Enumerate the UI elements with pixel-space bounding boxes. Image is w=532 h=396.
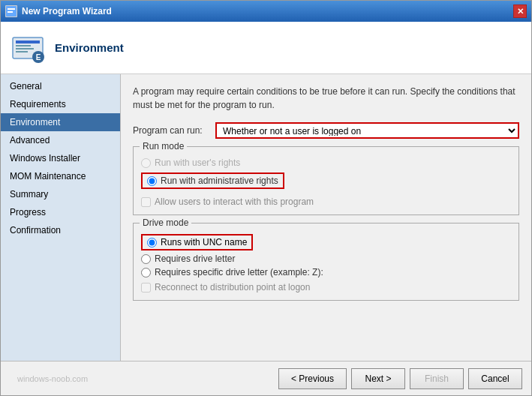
svg-rect-2 <box>8 11 13 13</box>
content-area: General Requirements Environment Advance… <box>1 74 531 361</box>
sidebar-item-mom-maintenance[interactable]: MOM Maintenance <box>1 167 120 185</box>
next-button[interactable]: Next > <box>351 368 405 389</box>
radio-drive-letter-row: Requires drive letter <box>141 254 511 264</box>
reconnect-label: Reconnect to distribution point at logon <box>155 282 310 292</box>
main-panel: A program may require certain conditions… <box>121 74 531 361</box>
sidebar-item-environment[interactable]: Environment <box>1 113 120 131</box>
interact-label: Allow users to interact with this progra… <box>155 196 314 207</box>
sidebar-item-windows-installer[interactable]: Windows Installer <box>1 149 120 167</box>
radio-admin-rights[interactable] <box>147 176 157 186</box>
run-mode-group: Run mode Run with user's rights Run with… <box>133 146 519 215</box>
sidebar: General Requirements Environment Advance… <box>1 74 121 361</box>
radio-admin-rights-row: Run with administrative rights <box>141 172 284 189</box>
watermark-text: windows-noob.com <box>10 374 274 383</box>
radio-user-rights-row: Run with user's rights <box>141 158 511 168</box>
sidebar-item-progress[interactable]: Progress <box>1 203 120 221</box>
svg-rect-7 <box>16 51 28 52</box>
radio-user-rights[interactable] <box>141 158 151 168</box>
header-title: Environment <box>55 41 124 54</box>
program-can-run-row: Program can run: Whether or not a user i… <box>133 122 519 139</box>
previous-button[interactable]: < Previous <box>278 368 347 389</box>
sidebar-item-advanced[interactable]: Advanced <box>1 131 120 149</box>
radio-unc-label: Runs with UNC name <box>161 237 247 248</box>
cancel-button[interactable]: Cancel <box>468 368 522 389</box>
radio-unc-row: Runs with UNC name <box>141 234 253 250</box>
interact-checkbox-row: Allow users to interact with this progra… <box>141 196 511 207</box>
radio-unc[interactable] <box>147 238 157 248</box>
wizard-footer: windows-noob.com < Previous Next > Finis… <box>1 361 531 395</box>
svg-text:E: E <box>36 53 41 62</box>
drive-mode-group: Drive mode Runs with UNC name Requires d… <box>133 223 519 301</box>
radio-specific-drive[interactable] <box>141 268 151 278</box>
close-button[interactable]: ✕ <box>513 4 527 18</box>
sidebar-item-general[interactable]: General <box>1 77 120 95</box>
window-icon <box>5 5 17 17</box>
radio-specific-drive-label: Requires specific drive letter (example:… <box>155 267 323 278</box>
run-mode-title: Run mode <box>140 141 187 152</box>
program-can-run-label: Program can run: <box>133 125 215 136</box>
svg-rect-6 <box>16 48 34 50</box>
program-can-run-select[interactable]: Whether or not a user is logged onOnly w… <box>215 122 519 139</box>
svg-rect-1 <box>8 8 15 10</box>
reconnect-checkbox[interactable] <box>141 283 151 292</box>
radio-drive-letter[interactable] <box>141 254 151 264</box>
description-text: A program may require certain conditions… <box>133 85 519 112</box>
sidebar-item-requirements[interactable]: Requirements <box>1 95 120 113</box>
interact-checkbox[interactable] <box>141 197 151 207</box>
svg-rect-4 <box>16 40 40 44</box>
title-bar: New Program Wizard ✕ <box>1 1 531 22</box>
radio-specific-drive-row: Requires specific drive letter (example:… <box>141 267 511 278</box>
reconnect-checkbox-row: Reconnect to distribution point at logon <box>141 282 511 292</box>
drive-mode-title: Drive mode <box>140 218 191 228</box>
radio-admin-rights-label: Run with administrative rights <box>161 176 278 186</box>
header-icon: E <box>10 30 46 66</box>
sidebar-item-summary[interactable]: Summary <box>1 185 120 203</box>
radio-drive-letter-label: Requires drive letter <box>155 254 235 264</box>
finish-button[interactable]: Finish <box>410 368 464 389</box>
sidebar-item-confirmation[interactable]: Confirmation <box>1 221 120 239</box>
wizard-window: New Program Wizard ✕ E Environment Gener… <box>0 0 532 396</box>
window-title: New Program Wizard <box>22 6 112 16</box>
wizard-header: E Environment <box>1 22 531 74</box>
svg-rect-5 <box>16 45 31 46</box>
radio-user-rights-label: Run with user's rights <box>155 158 240 168</box>
